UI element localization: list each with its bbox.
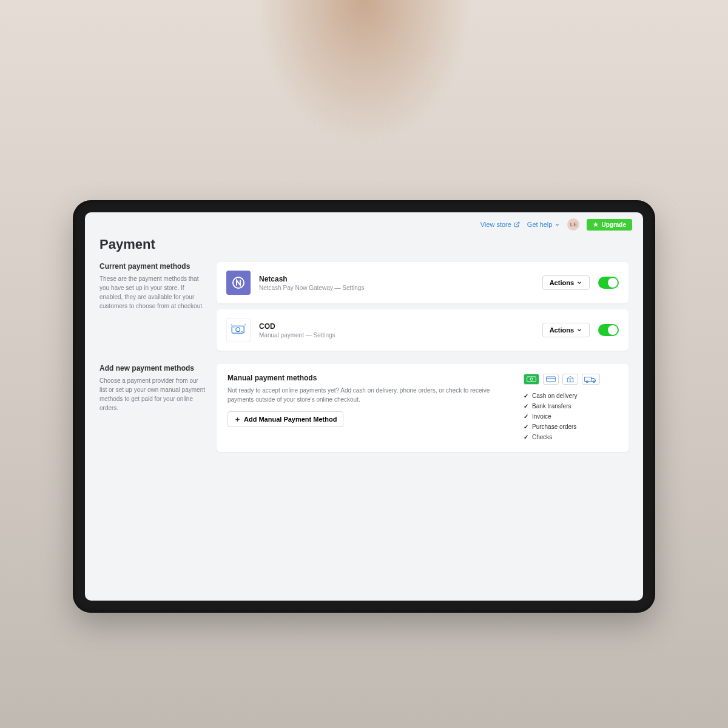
section-add-right: Manual payment methods Not ready to acce…	[217, 364, 629, 452]
feature-text: Bank transfers	[532, 403, 571, 410]
provider-info-netcash: Netcash Netcash Pay Now Gateway — Settin…	[259, 275, 534, 291]
manual-card: Manual payment methods Not ready to acce…	[217, 364, 629, 452]
feature-text: Purchase orders	[532, 423, 576, 430]
list-item: Purchase orders	[524, 422, 618, 432]
avatar-initials: LE	[570, 221, 578, 228]
get-help-label: Get help	[527, 221, 553, 228]
feature-list: Cash on delivery Bank transfers Invoice …	[524, 391, 618, 442]
netcash-logo	[226, 271, 251, 295]
chevron-down-icon	[576, 280, 582, 286]
upgrade-label: Upgrade	[601, 221, 626, 228]
view-store-label: View store	[480, 221, 511, 228]
manual-left: Manual payment methods Not ready to acce…	[228, 374, 511, 442]
avatar[interactable]: LE	[567, 218, 579, 231]
svg-rect-1	[232, 326, 244, 333]
netcash-icon	[231, 275, 246, 290]
svg-rect-3	[527, 377, 536, 382]
list-item: Checks	[524, 432, 618, 442]
app-screen: View store Get help LE Upgrade Payment	[85, 212, 643, 601]
svg-rect-5	[547, 377, 556, 382]
chevron-down-icon	[576, 327, 582, 333]
provider-name-netcash: Netcash	[259, 275, 534, 283]
star-icon	[593, 221, 599, 228]
manual-title: Manual payment methods	[228, 374, 511, 382]
cash-money-icon	[524, 374, 539, 385]
actions-label-netcash: Actions	[550, 279, 574, 286]
card-icon	[543, 374, 559, 385]
provider-info-cod: COD Manual payment — Settings	[259, 322, 534, 339]
page-title: Payment	[99, 237, 629, 252]
toggle-cod[interactable]	[598, 324, 619, 336]
cod-logo	[226, 318, 251, 342]
actions-button-cod[interactable]: Actions	[542, 323, 590, 337]
chevron-down-icon	[554, 222, 560, 228]
toggle-netcash[interactable]	[598, 277, 619, 289]
cash-icon	[229, 321, 248, 339]
actions-button-netcash[interactable]: Actions	[542, 275, 590, 290]
list-item: Invoice	[524, 411, 618, 422]
provider-name-cod: COD	[259, 322, 534, 331]
provider-card-cod: COD Manual payment — Settings Actions	[217, 309, 629, 351]
section-add-title: Add new payment methods	[99, 364, 206, 372]
section-current-left: Current payment methods These are the pa…	[99, 262, 206, 351]
top-bar: View store Get help LE Upgrade	[85, 212, 643, 233]
manual-desc: Not ready to accept online payments yet?…	[228, 386, 511, 404]
svg-point-8	[593, 381, 595, 383]
section-add-desc: Choose a payment provider from our list …	[99, 376, 206, 413]
plus-icon	[234, 416, 241, 423]
section-current-right: Netcash Netcash Pay Now Gateway — Settin…	[217, 262, 629, 351]
content-area: Payment Current payment methods These ar…	[85, 233, 643, 480]
svg-rect-6	[585, 377, 592, 382]
provider-sub-cod: Manual payment — Settings	[259, 332, 534, 339]
provider-card-netcash: Netcash Netcash Pay Now Gateway — Settin…	[217, 262, 629, 303]
svg-point-4	[530, 378, 533, 380]
bank-icon	[562, 374, 578, 385]
feature-text: Invoice	[532, 413, 551, 420]
upgrade-button[interactable]: Upgrade	[587, 219, 632, 231]
list-item: Cash on delivery	[524, 391, 618, 401]
section-current-methods: Current payment methods These are the pa…	[99, 262, 629, 351]
section-current-desc: These are the payment methods that you h…	[99, 274, 206, 311]
manual-right: Cash on delivery Bank transfers Invoice …	[524, 374, 618, 442]
feature-text: Cash on delivery	[532, 393, 577, 399]
section-add-left: Add new payment methods Choose a payment…	[99, 364, 206, 452]
truck-icon	[582, 374, 600, 385]
add-manual-label: Add Manual Payment Method	[244, 416, 337, 423]
actions-label-cod: Actions	[550, 326, 574, 334]
tablet-frame: View store Get help LE Upgrade Payment	[73, 200, 655, 613]
section-current-title: Current payment methods	[99, 262, 206, 271]
section-add-methods: Add new payment methods Choose a payment…	[99, 364, 629, 452]
payment-icons-row	[524, 374, 618, 385]
svg-point-7	[586, 381, 588, 383]
list-item: Bank transfers	[524, 401, 618, 411]
svg-point-2	[236, 328, 240, 332]
provider-sub-netcash: Netcash Pay Now Gateway — Settings	[259, 285, 534, 291]
feature-text: Checks	[532, 434, 552, 440]
get-help-link[interactable]: Get help	[527, 221, 561, 228]
tablet-bezel: View store Get help LE Upgrade Payment	[73, 200, 655, 613]
external-link-icon	[514, 221, 520, 228]
view-store-link[interactable]: View store	[480, 221, 520, 228]
add-manual-button[interactable]: Add Manual Payment Method	[228, 411, 343, 427]
